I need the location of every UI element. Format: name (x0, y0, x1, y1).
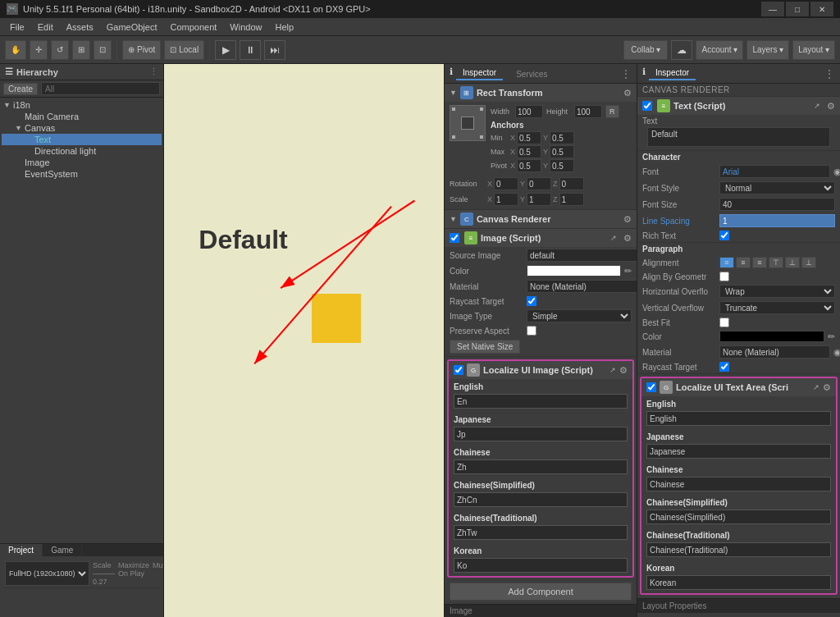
canvas-renderer-gear[interactable]: ⚙ (623, 214, 632, 225)
rot-x-input[interactable] (494, 177, 518, 190)
align-left-button[interactable]: ≡ (719, 257, 734, 268)
text-script-gear[interactable]: ⚙ (827, 101, 835, 112)
text-script-header[interactable]: ≡ Text (Script) ↗ ⚙ (637, 97, 840, 115)
height-input[interactable] (574, 105, 602, 118)
r-button[interactable]: R (605, 105, 619, 118)
align-right-button[interactable]: ≡ (752, 257, 767, 268)
image-script-header[interactable]: ≡ Image (Script) ↗ ⚙ (445, 229, 637, 247)
scale-x-input[interactable] (494, 193, 518, 206)
image-script-checkbox[interactable] (450, 233, 459, 243)
material-right-input[interactable] (719, 345, 830, 359)
align-bottom-button[interactable]: ⊥ (801, 257, 816, 268)
width-input[interactable] (515, 105, 543, 118)
menu-edit[interactable]: Edit (31, 21, 60, 34)
localize-text-japanese-input[interactable] (646, 444, 831, 459)
max-y-input[interactable] (550, 145, 574, 158)
localize-chainese-input[interactable] (454, 459, 628, 474)
best-fit-checkbox[interactable] (719, 318, 729, 327)
localize-text-english-input[interactable] (646, 411, 831, 426)
align-top-button[interactable]: ⊤ (769, 257, 783, 268)
anchor-widget[interactable] (450, 105, 486, 141)
add-component-button[interactable]: Add Component (450, 583, 632, 601)
tree-item-canvas[interactable]: ▼ Canvas (2, 122, 162, 134)
tab-project[interactable]: Project (0, 544, 43, 556)
image-script-gear[interactable]: ⚙ (623, 233, 632, 244)
text-script-link-icon[interactable]: ↗ (814, 102, 820, 110)
inspector-left-options[interactable]: ⋮ (620, 67, 632, 80)
localize-text-header[interactable]: G Localize UI Text Area (Scri ↗ ⚙ (641, 378, 836, 396)
vert-overflow-select[interactable]: Truncate (719, 301, 835, 314)
material-right-picker[interactable]: ◉ (833, 347, 840, 358)
localize-text-chainese-trad-input[interactable] (646, 542, 831, 557)
localize-chainese-trad-input[interactable] (454, 525, 628, 540)
localize-english-input[interactable] (454, 394, 628, 409)
scale-z-input[interactable] (559, 193, 584, 206)
align-geometry-checkbox[interactable] (719, 272, 729, 281)
play-button[interactable]: ▶ (215, 40, 236, 60)
line-spacing-input[interactable] (719, 214, 835, 227)
font-input[interactable] (719, 165, 830, 178)
menu-component[interactable]: Component (163, 21, 223, 34)
image-type-select[interactable]: Simple (527, 309, 632, 322)
menu-gameobject[interactable]: GameObject (100, 21, 164, 34)
cloud-button[interactable]: ☁ (671, 40, 692, 60)
local-button[interactable]: ⊡ Local (164, 40, 204, 60)
min-y-input[interactable] (550, 131, 574, 144)
layout-button[interactable]: Layout ▾ (792, 40, 835, 60)
tab-services-left[interactable]: Services (509, 66, 554, 80)
localize-japanese-input[interactable] (454, 427, 628, 441)
align-center-button[interactable]: ≡ (736, 257, 751, 268)
tab-inspector-right[interactable]: Inspector (649, 66, 696, 80)
tree-item-image[interactable]: Image (2, 157, 162, 168)
localize-image-link-icon[interactable]: ↗ (609, 366, 616, 374)
layers-button[interactable]: Layers ▾ (746, 40, 789, 60)
hand-tool[interactable]: ✋ (5, 40, 26, 60)
localize-text-gear-icon[interactable]: ⚙ (823, 382, 831, 393)
localize-image-gear-icon[interactable]: ⚙ (619, 365, 628, 376)
color-right-swatch[interactable] (719, 331, 824, 342)
color-eyedropper-icon[interactable]: ✏ (624, 266, 632, 277)
localize-text-checkbox[interactable] (646, 382, 656, 392)
maximize-button[interactable]: □ (786, 2, 809, 16)
scale-tool[interactable]: ⊞ (72, 40, 90, 60)
localize-text-korean-input[interactable] (646, 575, 831, 590)
menu-file[interactable]: File (3, 21, 31, 34)
localize-image-checkbox[interactable] (454, 365, 463, 375)
hierarchy-search[interactable] (41, 82, 160, 95)
step-button[interactable]: ⏭ (264, 40, 285, 60)
close-button[interactable]: ✕ (810, 2, 833, 16)
tree-item-dirlight[interactable]: Directional light (2, 145, 162, 157)
tree-item-text[interactable]: Text (2, 134, 162, 145)
rect-transform-header[interactable]: ▼ ⊞ Rect Transform ⚙ (445, 84, 637, 102)
max-x-input[interactable] (517, 145, 541, 158)
rect-gear-icon[interactable]: ⚙ (623, 88, 632, 98)
text-script-checkbox[interactable] (642, 101, 652, 111)
menu-help[interactable]: Help (268, 21, 300, 34)
tree-item-i18n[interactable]: ▼ i18n (2, 99, 162, 111)
pivot-x-input[interactable] (517, 159, 541, 172)
set-native-size-button[interactable]: Set Native Size (450, 340, 520, 354)
minimize-button[interactable]: — (761, 2, 784, 16)
color-right-eyedropper[interactable]: ✏ (828, 331, 835, 342)
scale-y-input[interactable] (527, 193, 551, 206)
pivot-y-input[interactable] (550, 159, 574, 172)
font-picker-icon[interactable]: ◉ (833, 167, 840, 177)
localize-text-chainese-simp-input[interactable] (646, 510, 831, 524)
font-size-input[interactable] (719, 198, 835, 211)
min-x-input[interactable] (517, 131, 541, 144)
localize-chainese-simp-input[interactable] (454, 492, 628, 507)
menu-window[interactable]: Window (223, 21, 268, 34)
account-button[interactable]: Account ▾ (696, 40, 743, 60)
rich-text-checkbox[interactable] (719, 231, 729, 240)
preserve-aspect-checkbox[interactable] (527, 326, 536, 336)
window-controls[interactable]: — □ ✕ (761, 2, 833, 16)
pivot-button[interactable]: ⊕ Pivot (122, 40, 161, 60)
collab-button[interactable]: Collab ▾ (623, 40, 668, 60)
localize-text-chainese-input[interactable] (646, 477, 831, 491)
rot-y-input[interactable] (527, 177, 551, 190)
raycast-checkbox[interactable] (527, 296, 536, 306)
move-tool[interactable]: ✛ (30, 40, 48, 60)
tree-item-eventsystem[interactable]: EventSystem (2, 168, 162, 180)
rect-tool[interactable]: ⊡ (94, 40, 112, 60)
rot-z-input[interactable] (559, 177, 584, 190)
